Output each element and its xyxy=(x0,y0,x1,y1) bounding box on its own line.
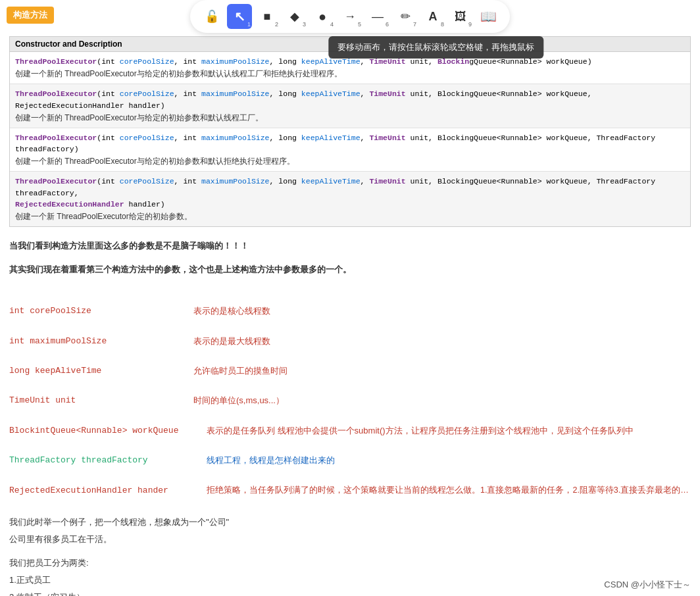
arrow-badge: 5 xyxy=(358,22,361,28)
table-row: ThreadPoolExecutor(int corePoolSize, int… xyxy=(10,172,690,226)
canvas: Constructor and Description ThreadPoolEx… xyxy=(0,0,700,596)
param-handler: RejectedExecutionHandler hander 拒绝策略，当任务… xyxy=(9,483,691,498)
employee-intro: 我们把员工分为两类: xyxy=(9,556,691,570)
arrow-button[interactable]: → 5 xyxy=(338,4,362,29)
line-icon: — xyxy=(372,10,384,24)
constructor-sig: ThreadPoolExecutor(int corePoolSize, int… xyxy=(15,132,685,155)
constructor-desc: 创建一个新的 ThreadPoolExecutor与给定的初始参数和默认认线程工… xyxy=(15,68,685,80)
line-button[interactable]: — 6 xyxy=(365,4,390,29)
constructor-desc: 创建一个新的 ThreadPoolExecutor与给定的初始参数和默认线程工厂… xyxy=(15,112,685,124)
param-corePoolSize: int corePoolSize 表示的是核心线程数 xyxy=(9,303,691,318)
book-icon: 📖 xyxy=(480,9,497,24)
pen-icon: ✏ xyxy=(401,9,411,24)
rect-icon: ■ xyxy=(264,10,271,24)
constructor-sig: ThreadPoolExecutor(int corePoolSize, int… xyxy=(15,176,685,210)
toolbar: 🔓 ↖ 1 ■ 2 ◆ 3 ● 4 → 5 — 6 ✏ 7 A 8 🖼 9 📖 xyxy=(190,0,510,33)
cursor-button[interactable]: ↖ 1 xyxy=(227,4,252,29)
text-icon: A xyxy=(429,10,438,24)
table-row: ThreadPoolExecutor(int corePoolSize, int… xyxy=(10,128,690,172)
param-threadFactory: ThreadFactory threadFactory 线程工程，线程是怎样创建… xyxy=(9,453,691,468)
constructor-desc: 创建一个新 ThreadPoolExecutor给定的初始参数。 xyxy=(15,211,685,222)
constructor-desc: 创建一个新的 ThreadPoolExecutor与给定的初始参数和默认拒绝执行… xyxy=(15,156,685,167)
param-keepAliveTime: long keepAliveTime 允许临时员工的摸鱼时间 xyxy=(9,363,691,378)
diamond-button[interactable]: ◆ 3 xyxy=(282,4,307,29)
lock-button[interactable]: 🔓 xyxy=(199,4,224,29)
pen-badge: 7 xyxy=(413,22,416,28)
diamond-badge: 3 xyxy=(303,22,306,28)
param-unit: TimeUnit unit 时间的单位(s,ms,us...） xyxy=(9,393,691,408)
lock-icon: 🔓 xyxy=(205,9,219,24)
constructor-table: Constructor and Description ThreadPoolEx… xyxy=(9,36,691,227)
circle-icon: ● xyxy=(318,9,326,24)
image-badge: 9 xyxy=(468,22,472,28)
circle-button[interactable]: ● 4 xyxy=(310,4,335,29)
example-intro2: 公司里有很多员工在干活。 xyxy=(9,532,691,547)
tooltip-text: 要移动画布，请按住鼠标滚轮或空格键，再拖拽鼠标 xyxy=(338,42,534,52)
param-workQueue: BlockintQueue<Runnable> workQueue 表示的是任务… xyxy=(9,423,691,438)
text-badge: 8 xyxy=(441,22,444,28)
tag-button[interactable]: 构造方法 xyxy=(7,7,54,24)
pen-button[interactable]: ✏ 7 xyxy=(393,4,418,29)
arrow-icon: → xyxy=(344,10,356,24)
book-button[interactable]: 📖 xyxy=(476,4,501,29)
example-intro: 我们此时举一个例子，把一个线程池，想象成为一个"公司" xyxy=(9,515,691,530)
diamond-icon: ◆ xyxy=(290,9,299,24)
table-row: ThreadPoolExecutor(int corePoolSize, int… xyxy=(10,84,690,128)
line1: 当我们看到构造方法里面这么多的参数是不是脑子嗡嗡的！！！ xyxy=(9,239,691,253)
cursor-icon: ↖ xyxy=(234,9,245,24)
line-badge: 6 xyxy=(386,22,389,28)
param-maximumPoolSize: int maximumPoolSize 表示的是最大线程数 xyxy=(9,334,691,349)
content-area: 当我们看到构造方法里面这么多的参数是不是脑子嗡嗡的！！！ 其实我们现在着重看第三… xyxy=(9,239,691,596)
constructor-sig: ThreadPoolExecutor(int corePoolSize, int… xyxy=(15,88,685,111)
tooltip: 要移动画布，请按住鼠标滚轮或空格键，再拖拽鼠标 xyxy=(328,36,543,59)
text-button[interactable]: A 8 xyxy=(420,4,445,29)
footer-text: CSDN @小小怪下士～ xyxy=(604,580,691,589)
employee-type-2: 2.临时工（实习生） xyxy=(9,590,691,596)
footer: CSDN @小小怪下士～ xyxy=(604,579,691,591)
employee-type-1: 1.正式员工 xyxy=(9,573,691,587)
image-button[interactable]: 🖼 9 xyxy=(448,4,473,29)
circle-badge: 4 xyxy=(330,22,334,28)
image-icon: 🖼 xyxy=(455,10,466,24)
rect-button[interactable]: ■ 2 xyxy=(255,4,280,29)
rect-badge: 2 xyxy=(275,22,278,28)
line2: 其实我们现在着重看第三个构造方法中的参数，这个也是上述构造方法中参数最多的一个。 xyxy=(9,262,691,277)
cursor-badge: 1 xyxy=(247,22,251,28)
